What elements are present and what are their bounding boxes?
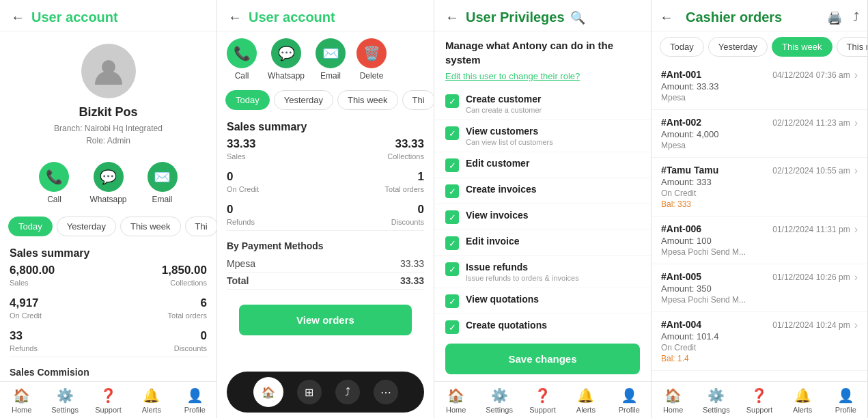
- p2-home-btn[interactable]: 🏠: [253, 377, 283, 407]
- priv-checkbox-create-customer[interactable]: ✓: [445, 94, 459, 108]
- p2-oncredit-item: 0 On Credit: [227, 170, 326, 193]
- p2-collections-label: Collections: [326, 152, 425, 161]
- order-item-tamutamu[interactable]: #Tamu Tamu Amount: 333 On Credit Bal: 33…: [652, 158, 867, 217]
- alerts-label-p4: Alerts: [793, 406, 812, 414]
- search-icon-p3[interactable]: 🔍: [570, 10, 585, 25]
- back-arrow-icon-p3[interactable]: ←: [445, 10, 459, 25]
- email-action-p2[interactable]: ✉️ Email: [316, 38, 346, 81]
- tab-yesterday-p4[interactable]: Yesterday: [708, 37, 768, 57]
- priv-view-quotations: ✓ View quotations: [434, 288, 651, 314]
- priv-checkbox-view-quotations[interactable]: ✓: [445, 294, 459, 308]
- tab-today-p4[interactable]: Today: [660, 37, 704, 57]
- p2-discounts-value: 0: [326, 203, 425, 217]
- back-arrow-icon-p4[interactable]: ←: [660, 10, 673, 25]
- priv-issue-refunds: ✓ Issue refunds Issue refunds to orders …: [434, 256, 651, 288]
- whatsapp-action-p2[interactable]: 💬 Whatsapp: [268, 38, 305, 81]
- tab-today-p2[interactable]: Today: [225, 90, 270, 110]
- priv-view-invoices: ✓ View invoices: [434, 204, 651, 230]
- panel2-header: ← User account: [217, 0, 434, 31]
- tab-thisweek-p1[interactable]: This week: [120, 217, 181, 236]
- priv-checkbox-view-customers[interactable]: ✓: [445, 126, 459, 140]
- nav-home-p4[interactable]: 🏠 Home: [656, 387, 690, 414]
- order-item-ant002[interactable]: #Ant-002 Amount: 4,000 Mpesa 02/12/2024 …: [652, 110, 867, 158]
- nav-settings-p4[interactable]: ⚙️ Settings: [699, 387, 733, 414]
- priv-checkbox-edit-invoice[interactable]: ✓: [445, 236, 459, 250]
- priv-checkbox-view-invoices[interactable]: ✓: [445, 210, 459, 224]
- order-item-ant005[interactable]: #Ant-005 Amount: 350 Mpesa Pochi Send M.…: [652, 264, 867, 312]
- order-left-ant006: #Ant-006 Amount: 100 Mpesa Pochi Send M.…: [661, 223, 746, 257]
- divider-p2: [227, 230, 424, 231]
- sales-value-item: 6,800.00 Sales: [10, 264, 109, 287]
- nav-home-p1[interactable]: 🏠 Home: [5, 387, 39, 414]
- share-icon-p4[interactable]: ⤴: [853, 10, 859, 25]
- nav-settings-p1[interactable]: ⚙️ Settings: [48, 387, 82, 414]
- order-item-ant001[interactable]: #Ant-001 Amount: 33.33 Mpesa 04/12/2024 …: [652, 62, 867, 110]
- priv-text-edit-customer: Edit customer: [466, 158, 640, 169]
- tab-yesterday-p2[interactable]: Yesterday: [274, 90, 333, 110]
- priv-checkbox-create-invoices[interactable]: ✓: [445, 184, 459, 198]
- home-icon-p3: 🏠: [447, 387, 464, 404]
- nav-profile-p3[interactable]: 👤 Profile: [612, 387, 646, 414]
- payment-mpesa-method: Mpesa: [227, 258, 255, 269]
- order-item-ant004[interactable]: #Ant-004 Amount: 101.4 On Credit Bal: 1.…: [652, 312, 867, 371]
- priv-text-create-quotations: Create quotations: [466, 320, 640, 331]
- view-orders-button[interactable]: View orders: [239, 305, 412, 335]
- sales-grid-p1: 6,800.00 Sales 1,850.00 Collections 4,91…: [0, 264, 216, 352]
- order-amount-ant002: Amount: 4,000: [661, 129, 719, 139]
- call-icon: 📞: [39, 162, 69, 192]
- order-date-ant004: 01/12/2024 10:24 pm: [772, 320, 850, 330]
- panel4-title: Cashier orders: [686, 10, 782, 25]
- tab-more-p2[interactable]: Thi: [402, 90, 434, 110]
- call-action-p2[interactable]: 📞 Call: [227, 38, 257, 81]
- save-changes-button[interactable]: Save changes: [445, 344, 640, 374]
- nav-settings-p3[interactable]: ⚙️ Settings: [482, 387, 516, 414]
- priv-checkbox-create-quotations[interactable]: ✓: [445, 320, 459, 334]
- chevron-icon-ant006: ›: [854, 223, 858, 236]
- back-arrow-icon-p2[interactable]: ←: [228, 10, 242, 25]
- tab-yesterday-p1[interactable]: Yesterday: [57, 217, 116, 236]
- order-id-ant002: #Ant-002: [661, 117, 719, 128]
- support-icon-p3: ❓: [534, 387, 551, 404]
- priv-checkbox-edit-customer[interactable]: ✓: [445, 158, 459, 172]
- payment-mpesa-amount: 33.33: [400, 258, 424, 269]
- edit-role-link[interactable]: Edit this user to change their role?: [434, 70, 651, 88]
- order-bal-tamutamu: Bal: 333: [661, 199, 718, 209]
- nav-alerts-p1[interactable]: 🔔 Alerts: [135, 387, 169, 414]
- p2-oncredit-label: On Credit: [227, 185, 326, 193]
- nav-support-p4[interactable]: ❓ Support: [742, 387, 776, 414]
- tab-thisweek-p4[interactable]: This week: [772, 37, 832, 57]
- nav-home-p3[interactable]: 🏠 Home: [439, 387, 473, 414]
- nav-support-p1[interactable]: ❓ Support: [91, 387, 125, 414]
- p2-more-btn[interactable]: ⋯: [374, 380, 398, 404]
- tab-thisweek-p2[interactable]: This week: [337, 90, 398, 110]
- p2-share-btn[interactable]: ⤴: [335, 380, 360, 404]
- print-icon-p4[interactable]: 🖨️: [827, 10, 842, 25]
- nav-alerts-p4[interactable]: 🔔 Alerts: [785, 387, 820, 414]
- p2-screenshot-btn[interactable]: ⊞: [297, 380, 322, 404]
- delete-icon-p2: 🗑️: [356, 38, 387, 68]
- call-action[interactable]: 📞 Call: [39, 162, 69, 204]
- back-arrow-icon[interactable]: ←: [11, 10, 25, 25]
- support-label-p3: Support: [529, 406, 556, 414]
- order-item-ant006[interactable]: #Ant-006 Amount: 100 Mpesa Pochi Send M.…: [652, 217, 867, 264]
- priv-text-create-customer: Create customer Can create a customer: [466, 94, 640, 114]
- settings-label-p4: Settings: [703, 406, 730, 414]
- support-icon-p4: ❓: [751, 387, 768, 404]
- tab-more-p1[interactable]: Thi: [185, 217, 216, 236]
- whatsapp-action[interactable]: 💬 Whatsapp: [89, 162, 126, 204]
- collections-item: 1,850.00 Collections: [109, 264, 208, 287]
- email-action[interactable]: ✉️ Email: [148, 162, 178, 204]
- nav-profile-p1[interactable]: 👤 Profile: [178, 387, 212, 414]
- order-right-ant005: 01/12/2024 10:26 pm ›: [772, 271, 858, 283]
- nav-alerts-p3[interactable]: 🔔 Alerts: [569, 387, 603, 414]
- nav-support-p3[interactable]: ❓ Support: [525, 387, 559, 414]
- support-label: Support: [95, 406, 122, 414]
- panel4-header: ← Cashier orders 🖨️ ⤴: [652, 0, 867, 31]
- nav-profile-p4[interactable]: 👤 Profile: [828, 387, 863, 414]
- delete-action-p2[interactable]: 🗑️ Delete: [356, 38, 387, 81]
- priv-checkbox-issue-refunds[interactable]: ✓: [445, 262, 459, 276]
- tab-today-p1[interactable]: Today: [8, 217, 53, 236]
- panel2-actions-row: 📞 Call 💬 Whatsapp ✉️ Email 🗑️ Delete: [217, 31, 434, 85]
- order-date-ant006: 01/12/2024 11:31 pm: [772, 225, 850, 234]
- tab-thism-p4[interactable]: This m: [837, 37, 867, 57]
